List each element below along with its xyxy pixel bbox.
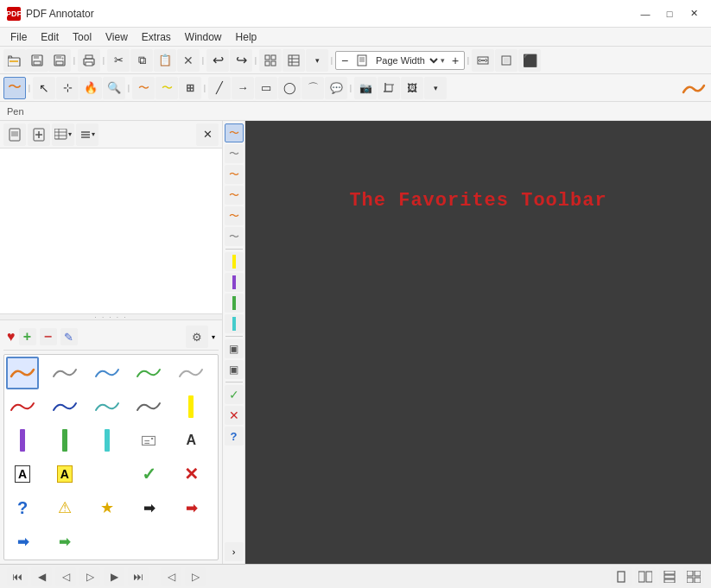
fav-wave-gray[interactable] bbox=[48, 357, 81, 389]
vt-pen2[interactable]: 〜 bbox=[225, 144, 244, 163]
fav-wave-red[interactable] bbox=[6, 390, 39, 423]
vt-pen3[interactable]: 〜 bbox=[225, 165, 244, 184]
vt-pen5[interactable]: 〜 bbox=[225, 206, 244, 225]
fav-green-strip[interactable] bbox=[48, 424, 81, 457]
vt-sq1[interactable]: ▣ bbox=[225, 339, 244, 358]
vt-expand[interactable]: › bbox=[225, 542, 244, 561]
fav-wave-blue[interactable] bbox=[91, 357, 124, 389]
view-continuous-button[interactable] bbox=[659, 567, 680, 586]
nav-prev-button[interactable]: ◀ bbox=[31, 567, 52, 586]
fit-width-button[interactable] bbox=[472, 49, 494, 72]
fav-yellow-strip[interactable] bbox=[175, 390, 207, 423]
fit-page-button[interactable] bbox=[495, 49, 517, 72]
fav-wave-navy[interactable] bbox=[48, 390, 81, 423]
fav-arrow-blue[interactable]: ➡ bbox=[6, 525, 39, 558]
fav-question[interactable]: ? bbox=[6, 491, 39, 524]
zoom-tool-button[interactable]: 🔍 bbox=[103, 77, 125, 99]
fav-text-yellow[interactable]: A bbox=[48, 458, 81, 490]
select-button[interactable]: ⊹ bbox=[56, 77, 79, 99]
redo-button[interactable]: ↪ bbox=[230, 49, 252, 72]
panel-new-button[interactable] bbox=[28, 123, 50, 146]
panel-grid-button[interactable]: ▾ bbox=[52, 123, 74, 146]
view-double-button[interactable] bbox=[635, 567, 656, 586]
vt-cyan-bar[interactable] bbox=[225, 314, 244, 333]
fav-empty[interactable] bbox=[91, 458, 124, 490]
table-button[interactable] bbox=[282, 49, 305, 72]
scroll-right-button[interactable]: ▷ bbox=[185, 567, 206, 586]
fav-xmark[interactable]: ✕ bbox=[175, 458, 207, 490]
open-button[interactable] bbox=[3, 49, 26, 72]
fav-wave-teal[interactable] bbox=[91, 390, 124, 423]
panel-settings-button[interactable]: ▾ bbox=[76, 123, 98, 146]
close-button[interactable]: ✕ bbox=[683, 5, 704, 22]
menu-window[interactable]: Window bbox=[178, 29, 229, 45]
grid-button[interactable] bbox=[259, 49, 282, 72]
menu-help[interactable]: Help bbox=[229, 29, 264, 45]
camera-button[interactable]: 📷 bbox=[354, 77, 377, 99]
menu-tool[interactable]: Tool bbox=[66, 29, 98, 45]
cut-button[interactable]: ✂ bbox=[107, 49, 130, 72]
vt-xmark[interactable]: ✕ bbox=[225, 406, 244, 425]
zoom-select[interactable]: Page Width 50%75%100%125%150% bbox=[371, 52, 441, 69]
zoom-page-icon[interactable] bbox=[353, 52, 371, 69]
vt-pen1[interactable]: 〜 bbox=[225, 123, 244, 142]
fullscreen-button[interactable]: ⬛ bbox=[518, 49, 541, 72]
vt-pen6[interactable]: 〜 bbox=[225, 227, 244, 246]
save-as-button[interactable]: + bbox=[48, 49, 71, 72]
custom-dropdown[interactable]: ▾ bbox=[424, 77, 447, 99]
fav-arrow-black[interactable]: ➡ bbox=[132, 491, 165, 524]
freeform-button[interactable]: ⌒ bbox=[302, 77, 324, 99]
copy-button[interactable]: ⧉ bbox=[130, 49, 153, 72]
rect-button[interactable]: ▭ bbox=[255, 77, 277, 99]
vt-sq2[interactable]: ▣ bbox=[225, 360, 244, 379]
fav-edit-button[interactable]: ✎ bbox=[60, 328, 78, 345]
crop-tool-button[interactable] bbox=[378, 77, 400, 99]
fav-text-plain[interactable]: A bbox=[175, 424, 207, 457]
cursor-button[interactable]: ↖ bbox=[33, 77, 55, 99]
line-button[interactable]: ╱ bbox=[208, 77, 231, 99]
nav-next-button[interactable]: ▶ bbox=[104, 567, 124, 586]
fav-wave-green[interactable] bbox=[132, 357, 165, 389]
fav-check[interactable]: ✓ bbox=[132, 458, 165, 490]
highlight-button[interactable]: 〜 bbox=[156, 77, 178, 99]
fav-remove-button[interactable]: − bbox=[40, 328, 57, 345]
image-tool-button[interactable]: 🖼 bbox=[401, 77, 423, 99]
nav-prev2-button[interactable]: ◁ bbox=[55, 567, 76, 586]
maximize-button[interactable]: □ bbox=[659, 5, 680, 22]
fav-settings-button[interactable]: ⚙ bbox=[186, 326, 208, 348]
fav-star[interactable]: ★ bbox=[91, 491, 124, 524]
vt-pen4[interactable]: 〜 bbox=[225, 186, 244, 205]
fav-stamp[interactable]: 🖃 bbox=[132, 424, 165, 457]
fav-arrow-green[interactable]: ➡ bbox=[48, 525, 81, 558]
save-button[interactable] bbox=[26, 49, 48, 72]
panel-page-button[interactable] bbox=[3, 123, 26, 146]
table-dropdown[interactable]: ▾ bbox=[306, 49, 328, 72]
zoom-plus-button[interactable]: + bbox=[447, 52, 464, 69]
menu-extras[interactable]: Extras bbox=[135, 29, 178, 45]
scroll-left-button[interactable]: ◁ bbox=[161, 567, 181, 586]
fav-text-border[interactable]: A bbox=[6, 458, 39, 490]
fav-add-button[interactable]: + bbox=[19, 328, 36, 345]
vt-violet-bar[interactable] bbox=[225, 273, 244, 292]
nav-last-button[interactable]: ⏭ bbox=[128, 567, 149, 586]
undo-button[interactable]: ↩ bbox=[206, 49, 229, 72]
pen-active-button[interactable]: 〜 bbox=[3, 77, 26, 99]
vt-question[interactable]: ? bbox=[225, 427, 244, 446]
fav-wave-orange[interactable] bbox=[6, 357, 39, 389]
vt-green-bar[interactable] bbox=[225, 294, 244, 313]
delete-button[interactable]: ✕ bbox=[177, 49, 200, 72]
fav-warning[interactable]: ⚠ bbox=[48, 491, 81, 524]
nav-next2-button[interactable]: ▷ bbox=[79, 567, 100, 586]
nav-first-button[interactable]: ⏮ bbox=[7, 567, 28, 586]
callout-button[interactable]: 💬 bbox=[325, 77, 347, 99]
ellipse-button[interactable]: ◯ bbox=[278, 77, 301, 99]
eraser-button[interactable]: 🔥 bbox=[79, 77, 102, 99]
arrow-tool-button[interactable]: → bbox=[232, 77, 254, 99]
vt-yellow-bar[interactable] bbox=[225, 252, 244, 271]
panel-close-button[interactable]: ✕ bbox=[196, 123, 219, 146]
zoom-minus-button[interactable]: − bbox=[336, 52, 353, 69]
panel-resize-handle[interactable]: · · · · · bbox=[0, 313, 222, 320]
type-button[interactable]: ⊞ bbox=[179, 77, 201, 99]
fav-cyan-strip[interactable] bbox=[91, 424, 124, 457]
menu-edit[interactable]: Edit bbox=[34, 29, 66, 45]
